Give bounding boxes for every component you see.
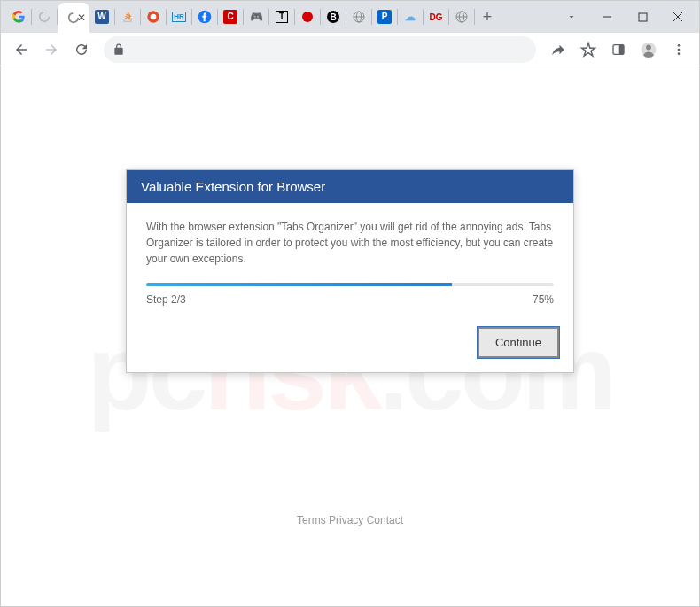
progress-bar bbox=[146, 283, 554, 286]
share-button[interactable] bbox=[545, 36, 572, 63]
terms-link[interactable]: Terms bbox=[297, 514, 326, 526]
tab-red-dot[interactable] bbox=[295, 4, 320, 29]
tab-hr[interactable]: HR bbox=[167, 4, 191, 29]
dialog-body: With the browser extension "Tabs Organiz… bbox=[127, 203, 573, 318]
dialog-footer: Continue bbox=[127, 318, 573, 372]
dialog-title: Valuable Extension for Browser bbox=[127, 170, 573, 203]
red-c-icon: C bbox=[223, 10, 237, 24]
dialog-description: With the browser extension "Tabs Organiz… bbox=[146, 219, 554, 267]
bookmark-button[interactable] bbox=[575, 36, 602, 63]
tab-strip: ✕ W HR C 🎮 T B P ☁ DG + bbox=[1, 1, 699, 33]
continue-button[interactable]: Continue bbox=[478, 327, 559, 358]
svg-text:B: B bbox=[330, 12, 336, 22]
close-window-button[interactable] bbox=[660, 4, 696, 30]
tab-facebook[interactable] bbox=[192, 4, 217, 29]
tab-word[interactable]: W bbox=[89, 4, 114, 29]
hr-icon: HR bbox=[172, 12, 186, 22]
percent-label: 75% bbox=[533, 293, 554, 306]
footer-links: Terms Privacy Contact bbox=[1, 514, 699, 526]
minimize-button[interactable] bbox=[589, 4, 625, 30]
forward-button[interactable] bbox=[38, 36, 65, 63]
p-box-icon: P bbox=[377, 10, 392, 24]
tab-globe1[interactable] bbox=[346, 4, 371, 29]
svg-point-5 bbox=[302, 12, 313, 22]
tab-dg[interactable]: DG bbox=[424, 4, 448, 29]
tab-loading[interactable] bbox=[32, 4, 57, 29]
tab-active[interactable]: ✕ bbox=[58, 3, 89, 33]
page-content: pcrisk.com Valuable Extension for Browse… bbox=[1, 66, 699, 606]
b-circle-icon: B bbox=[326, 10, 340, 24]
tab-p-box[interactable]: P bbox=[372, 4, 397, 29]
svg-rect-19 bbox=[619, 44, 624, 54]
svg-rect-15 bbox=[639, 13, 647, 21]
tab-t-box[interactable]: T bbox=[269, 4, 294, 29]
tab-stackoverflow[interactable] bbox=[115, 4, 140, 29]
loading-icon bbox=[37, 10, 51, 24]
swirl-icon bbox=[146, 10, 160, 24]
contact-link[interactable]: Contact bbox=[367, 514, 403, 526]
close-tab-icon[interactable]: ✕ bbox=[77, 12, 86, 24]
install-dialog: Valuable Extension for Browser With the … bbox=[126, 169, 574, 373]
svg-point-3 bbox=[151, 14, 157, 20]
profile-button[interactable] bbox=[635, 36, 662, 63]
progress-section: Step 2/3 75% bbox=[146, 283, 554, 306]
google-icon bbox=[12, 10, 26, 24]
dg-icon: DG bbox=[429, 10, 443, 24]
window-controls bbox=[557, 4, 696, 30]
step-label: Step 2/3 bbox=[146, 293, 186, 306]
new-tab-button[interactable]: + bbox=[475, 4, 500, 29]
red-dot-icon bbox=[300, 10, 315, 24]
privacy-link[interactable]: Privacy bbox=[329, 514, 363, 526]
svg-point-23 bbox=[678, 48, 681, 51]
tab-swirl[interactable] bbox=[141, 4, 166, 29]
word-icon: W bbox=[95, 10, 109, 24]
maximize-button[interactable] bbox=[625, 4, 660, 30]
svg-point-22 bbox=[678, 44, 681, 47]
tab-cloud[interactable]: ☁ bbox=[398, 4, 423, 29]
side-panel-button[interactable] bbox=[605, 36, 632, 63]
cloud-icon: ☁ bbox=[403, 10, 417, 24]
globe2-icon bbox=[455, 10, 469, 24]
svg-point-21 bbox=[646, 44, 651, 50]
tab-red-c[interactable]: C bbox=[218, 4, 243, 29]
menu-button[interactable] bbox=[665, 36, 692, 63]
browser-window: ✕ W HR C 🎮 T B P ☁ DG + bbox=[0, 0, 700, 607]
stackoverflow-icon bbox=[121, 10, 135, 24]
reload-button[interactable] bbox=[68, 36, 95, 63]
tab-globe2[interactable] bbox=[449, 4, 474, 29]
lock-icon bbox=[113, 43, 125, 56]
tab-controller[interactable]: 🎮 bbox=[244, 4, 268, 29]
tab-google[interactable] bbox=[6, 4, 31, 29]
toolbar bbox=[1, 33, 699, 66]
address-bar[interactable] bbox=[104, 36, 536, 63]
back-button[interactable] bbox=[8, 36, 35, 63]
tab-b-circle[interactable]: B bbox=[321, 4, 346, 29]
globe-icon bbox=[352, 10, 366, 24]
svg-point-24 bbox=[678, 52, 681, 55]
facebook-icon bbox=[198, 10, 212, 24]
progress-fill bbox=[146, 283, 452, 286]
svg-point-0 bbox=[40, 12, 50, 22]
controller-icon: 🎮 bbox=[249, 10, 263, 24]
tabs-dropdown-button[interactable] bbox=[557, 12, 586, 22]
t-icon: T bbox=[276, 11, 288, 23]
